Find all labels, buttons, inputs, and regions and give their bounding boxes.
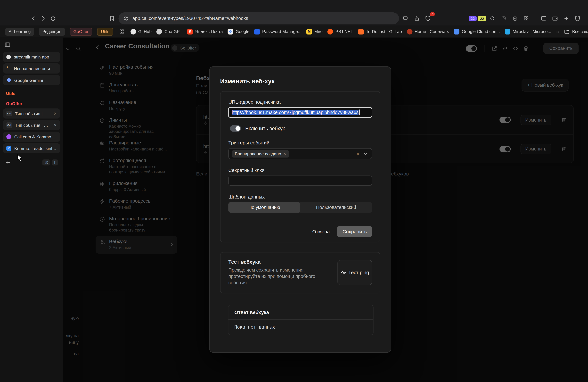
bookmark-chatgpt[interactable]: ChatGPT	[156, 29, 182, 34]
dialog-title: Изменить веб-хук	[220, 78, 380, 85]
pinned-tab-chat[interactable]: * Исправление ошибки и	[3, 64, 60, 74]
tab-make-scenario[interactable]: Call.com & Kommo & Sa	[3, 132, 60, 142]
cancel-button[interactable]: Отмена	[308, 226, 334, 237]
tab-group-gooffer[interactable]: GoOffer	[70, 28, 92, 35]
test-webhook-title: Тест вебхука	[228, 259, 329, 265]
template-default-option[interactable]: По умолчанию	[228, 202, 300, 212]
extension-badge-purple[interactable]: 22	[469, 16, 477, 21]
microsoft-icon	[505, 29, 510, 34]
bookmark-password-manager[interactable]: Password Manage...	[254, 29, 301, 34]
webhook-response-title: Ответ вебхука	[228, 305, 373, 319]
extension-icon-3[interactable]	[521, 14, 531, 23]
tab-group-redakcia[interactable]: Редакция	[39, 28, 65, 35]
bookmark-yandex-mail[interactable]: ЯЯндекс Почта	[187, 29, 223, 34]
folder-icon	[564, 29, 569, 34]
extension-badge-yellow[interactable]: 22	[478, 16, 486, 21]
event-triggers-select[interactable]: Бронирование создано × ×	[228, 148, 372, 159]
browser-toolbar: app.cal.com/event-types/1930745?tabName=…	[0, 0, 588, 25]
streamlit-icon	[6, 55, 11, 59]
bookmark-miro[interactable]: MMiro	[306, 29, 323, 34]
pstnet-icon	[328, 29, 333, 34]
tab-group-ai-learning[interactable]: AI Learning	[5, 28, 34, 35]
miro-icon: M	[306, 29, 312, 34]
site-settings-icon[interactable]	[123, 16, 129, 21]
test-ping-button[interactable]: Тест ping	[337, 260, 372, 285]
payload-template-segmented: По умолчанию Пользовательский	[228, 202, 372, 212]
text-caret	[359, 109, 359, 115]
payload-template-label: Шаблон данных	[228, 194, 372, 199]
activity-icon	[340, 270, 346, 275]
save-button[interactable]: Сохранить	[337, 226, 372, 237]
enable-webhook-toggle[interactable]	[230, 125, 241, 132]
share-icon[interactable]	[412, 14, 421, 23]
clear-all-icon[interactable]: ×	[356, 151, 359, 157]
assistant-icon: *	[6, 67, 11, 70]
gemini-icon	[6, 78, 11, 83]
new-tab-button[interactable]	[5, 160, 10, 165]
bookmark-microsoft[interactable]: Miroslav - Microso...	[505, 29, 551, 34]
bookmark-pstnet[interactable]: PST.NET	[328, 29, 353, 34]
sidebar-toggle-icon[interactable]	[5, 42, 11, 48]
tab-cal-event-type-1[interactable]: Cal Тип события | Cal.c ×	[3, 108, 60, 119]
sidebar-section-gooffer[interactable]: GoOffer	[0, 97, 63, 107]
remove-tag-icon[interactable]: ×	[283, 151, 286, 156]
back-button[interactable]	[28, 14, 38, 23]
bookmarks-overflow-chevron[interactable]: »	[556, 28, 559, 35]
google-icon: G	[228, 29, 233, 34]
close-tab-icon[interactable]: ×	[54, 122, 57, 128]
browser-sidebar: streamlit main app * Исправление ошибки …	[0, 38, 63, 382]
sidebar-section-utils[interactable]: Utils	[0, 86, 63, 97]
forward-button[interactable]	[38, 14, 48, 23]
mouse-cursor	[17, 154, 23, 162]
google-cloud-icon	[454, 29, 460, 34]
browser-window: app.cal.com/event-types/1930745?tabName=…	[0, 0, 588, 382]
bookmark-google-cloud[interactable]: Google Cloud con...	[454, 29, 500, 34]
pinned-tab-streamlit[interactable]: streamlit main app	[3, 52, 60, 62]
yandex-mail-icon: Я	[187, 29, 193, 34]
password-manager-icon	[254, 29, 260, 34]
cal-icon: Cal	[6, 111, 12, 116]
adblock-icon[interactable]: 51	[423, 14, 433, 23]
adblock-badge: 51	[430, 12, 435, 16]
gitlab-icon	[358, 29, 364, 34]
all-bookmarks-button[interactable]: Все закладки	[564, 29, 588, 34]
close-tab-icon[interactable]: ×	[54, 111, 57, 116]
extensions-icon[interactable]	[510, 14, 520, 23]
split-view-icon[interactable]	[539, 14, 549, 23]
apps-grid-icon[interactable]	[118, 27, 126, 36]
enable-webhook-label: Включить вебхук	[245, 126, 285, 131]
tab-cal-event-type-2[interactable]: Cal Тип события | Cal.c ×	[3, 120, 60, 130]
bookmark-gitlab-todo[interactable]: To-Do List - GitLab	[358, 29, 402, 34]
subscriber-url-input[interactable]: https://hook.us1.make.com/7jpgmdffkuttju…	[228, 107, 372, 117]
trigger-tag: Бронирование создано ×	[232, 150, 289, 157]
shortcut-t-key: T	[52, 159, 58, 166]
make-icon	[6, 134, 11, 139]
address-bar[interactable]: app.cal.com/event-types/1930745?tabName=…	[119, 12, 399, 24]
codewars-icon	[407, 29, 412, 34]
subscriber-url-label: URL-адрес подписчика	[228, 99, 372, 105]
secret-key-label: Секретный ключ	[228, 167, 372, 173]
security-icon[interactable]	[573, 14, 583, 23]
copilot-icon[interactable]	[561, 14, 571, 23]
browser-menu-icon[interactable]	[584, 14, 588, 23]
bookmark-codewars[interactable]: Home | Codewars	[407, 29, 449, 34]
bookmark-google[interactable]: GGoogle	[228, 29, 250, 34]
chevron-down-icon[interactable]	[363, 151, 368, 156]
shortcut-cmd-key: ⌘	[42, 159, 50, 166]
bookmark-flag-icon[interactable]	[107, 14, 117, 23]
template-custom-option[interactable]: Пользовательский	[300, 202, 372, 212]
cal-icon: Cal	[6, 122, 12, 128]
pinned-tab-gemini[interactable]: Google Gemini	[3, 75, 60, 85]
github-icon	[130, 29, 136, 34]
extension-icon-1[interactable]	[487, 14, 497, 23]
url-text: app.cal.com/event-types/1930745?tabName=…	[132, 16, 248, 21]
wallet-icon[interactable]	[550, 14, 560, 23]
tab-group-utils[interactable]: Utils	[97, 28, 113, 35]
device-icon[interactable]	[400, 14, 410, 23]
tab-kommo[interactable]: K Kommo: Leads, kirillgoof	[3, 143, 60, 153]
bookmark-github[interactable]: GitHub	[130, 29, 152, 34]
reload-button[interactable]	[48, 14, 58, 23]
extension-icon-2[interactable]	[499, 14, 509, 23]
secret-key-input[interactable]	[228, 175, 372, 186]
subscriber-url-value: https://hook.us1.make.com/7jpgmdffkuttju…	[232, 110, 358, 115]
